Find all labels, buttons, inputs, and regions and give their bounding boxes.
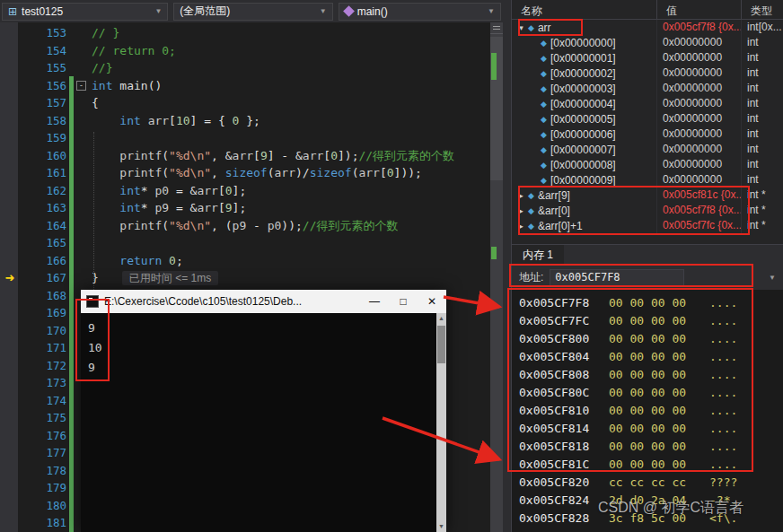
memory-row[interactable]: 0x005CF820cc cc cc cc???? [512, 473, 783, 491]
watch-value: 0x005cf81c {0x... [657, 188, 742, 203]
memory-row[interactable]: 0x005CF80000 00 00 00.... [512, 329, 783, 347]
expand-icon[interactable]: ▸ [515, 206, 527, 215]
code-line[interactable]: //} [75, 59, 490, 77]
editor-scrollbar[interactable] [490, 22, 503, 532]
close-button[interactable]: ✕ [418, 290, 446, 313]
watch-value: 0x00000000 [657, 50, 742, 65]
memory-tab[interactable]: 内存 1 [512, 245, 564, 265]
code-line[interactable]: { [75, 94, 490, 112]
memory-bytes: cc cc cc cc [609, 475, 709, 489]
code-line[interactable]: // } [75, 24, 490, 42]
watch-row[interactable]: ◆[0x00000001]0x00000000int [512, 50, 783, 65]
watch-row[interactable]: ▾◆arr0x005cf7f8 {0x...int[0x... [512, 20, 783, 35]
scrollbar-thumb[interactable] [437, 326, 445, 363]
memory-row[interactable]: 0x005CF7FC00 00 00 00.... [512, 311, 783, 329]
watch-row[interactable]: ◆[0x00000000]0x00000000int [512, 35, 783, 50]
code-token: 0 [387, 166, 394, 179]
watch-type: int * [742, 218, 783, 233]
watch-column-name[interactable]: 名称 [512, 0, 657, 19]
code-token: - [246, 219, 267, 232]
watch-row[interactable]: ◆[0x00000007]0x00000000int [512, 142, 783, 157]
memory-rows: 0x005CF7F800 00 00 00....0x005CF7FC00 00… [512, 292, 783, 532]
function-dropdown-label: main() [357, 5, 388, 18]
code-line[interactable]: return 0; [75, 252, 490, 270]
chevron-down-icon[interactable]: ▼ [769, 274, 776, 282]
gutter-row: 181 [0, 514, 68, 532]
watch-name-cell: ▾◆arr [512, 20, 657, 35]
gutter-row: 153 [0, 24, 68, 42]
code-line[interactable]: int* p0 = &arr[0]; [75, 182, 490, 200]
watch-row[interactable]: ◆[0x00000006]0x00000000int [512, 126, 783, 142]
watch-row[interactable]: ◆[0x00000005]0x00000000int [512, 111, 783, 126]
watch-value: 0x00000000 [657, 157, 742, 172]
memory-row[interactable]: 0x005CF81800 00 00 00.... [512, 437, 783, 455]
watch-row[interactable]: ▸◆&arr[9]0x005cf81c {0x...int * [512, 188, 783, 203]
memory-row[interactable]: 0x005CF81C00 00 00 00.... [512, 455, 783, 473]
code-line[interactable]: }已用时间 <= 1ms [75, 269, 490, 287]
watch-header: 名称 值 类型 [512, 0, 783, 20]
code-token [141, 114, 148, 127]
memory-row[interactable]: 0x005CF80400 00 00 00.... [512, 347, 783, 365]
memory-row[interactable]: 0x005CF7F800 00 00 00.... [512, 293, 783, 311]
code-token: arr [303, 149, 323, 162]
memory-bytes: 00 00 00 00 [609, 296, 709, 310]
code-token: )/ [295, 166, 310, 179]
watch-row[interactable]: ▸◆&arr[0]+10x005cf7fc {0x...int * [512, 218, 783, 233]
memory-row[interactable]: 0x005CF81000 00 00 00.... [512, 401, 783, 419]
watch-rows: ▾◆arr0x005cf7f8 {0x...int[0x...◆[0x00000… [512, 20, 783, 233]
code-token [92, 166, 119, 179]
project-dropdown[interactable]: ⊞ test0125 ▼ [2, 3, 168, 21]
memory-row[interactable]: 0x005CF80800 00 00 00.... [512, 365, 783, 383]
pane-splitter[interactable] [503, 0, 512, 532]
memory-row[interactable]: 0x005CF80C00 00 00 00.... [512, 383, 783, 401]
minimize-button[interactable]: — [360, 290, 389, 313]
splitter-grip-icon[interactable] [490, 22, 503, 34]
scope-dropdown[interactable]: (全局范围) ▼ [173, 3, 332, 21]
address-input[interactable] [550, 269, 684, 286]
code-line[interactable]: printf("%d\n", &arr[9] - &arr[0]);//得到元素… [75, 147, 490, 165]
watch-row[interactable]: ◆[0x00000004]0x00000000int [512, 96, 783, 111]
member-icon: ◆ [541, 115, 547, 124]
gutter-row: 169 [0, 304, 68, 322]
code-line[interactable]: printf("%d\n", (p9 - p0));//得到元素的个数 [75, 217, 490, 235]
console-title-bar[interactable]: E:\Cexercise\Ccode\c105\test0125\Deb... … [81, 290, 446, 313]
watch-row[interactable]: ◆[0x00000002]0x00000000int [512, 65, 783, 81]
expand-icon[interactable]: ▸ [515, 222, 527, 231]
code-line[interactable] [75, 234, 490, 252]
code-token: // } [92, 26, 119, 39]
watch-row[interactable]: ▸◆&arr[0]0x005cf7f8 {0x...int * [512, 203, 783, 218]
gutter-row: 176 [0, 427, 68, 445]
watch-name: arr [538, 22, 551, 34]
watch-column-type[interactable]: 类型 [742, 0, 783, 19]
gutter-row: 163 [0, 199, 68, 217]
watch-value: 0x00000000 [657, 172, 742, 188]
function-dropdown[interactable]: main() ▼ [339, 3, 501, 21]
code-token: printf [119, 166, 162, 179]
code-line[interactable]: // return 0; [75, 42, 490, 60]
code-line[interactable] [75, 129, 490, 147]
memory-row[interactable]: 0x005CF81400 00 00 00.... [512, 419, 783, 437]
watch-row[interactable]: ◆[0x00000008]0x00000000int [512, 157, 783, 172]
current-statement-arrow[interactable]: ➜ [0, 269, 20, 287]
expand-icon[interactable]: ▸ [515, 191, 527, 200]
code-line[interactable]: int* p9 = &arr[9]; [75, 199, 490, 217]
code-line[interactable]: int arr[10] = { 0 }; [75, 112, 490, 130]
console-output[interactable]: 9109 [81, 313, 446, 532]
watch-value: 0x005cf7fc {0x... [657, 218, 742, 233]
console-scrollbar[interactable]: ▲ ▼ [436, 313, 446, 532]
code-line[interactable]: printf("%d\n", sizeof(arr)/sizeof(arr[0]… [75, 164, 490, 182]
memory-ascii: .... [709, 386, 737, 399]
watch-column-value[interactable]: 值 [657, 0, 742, 19]
scroll-up-icon[interactable]: ▲ [436, 313, 446, 324]
memory-row[interactable]: 0x005CF8242d d0 2a 04-?*. [512, 491, 783, 509]
memory-row[interactable]: 0x005CF8283c f8 5c 00<f\. [512, 509, 783, 527]
maximize-button[interactable]: □ [389, 290, 418, 313]
watch-row[interactable]: ◆[0x00000003]0x00000000int [512, 81, 783, 96]
code-line[interactable]: -int main() [75, 77, 490, 95]
scroll-down-icon[interactable]: ▼ [436, 521, 446, 532]
watch-row[interactable]: ◆[0x00000009]0x00000000int [512, 172, 783, 188]
memory-tab-bar: 内存 1 [512, 245, 783, 265]
collapse-icon[interactable]: ▾ [515, 23, 527, 32]
fold-marker-icon[interactable]: - [76, 81, 86, 91]
code-token: ]); [338, 149, 358, 162]
